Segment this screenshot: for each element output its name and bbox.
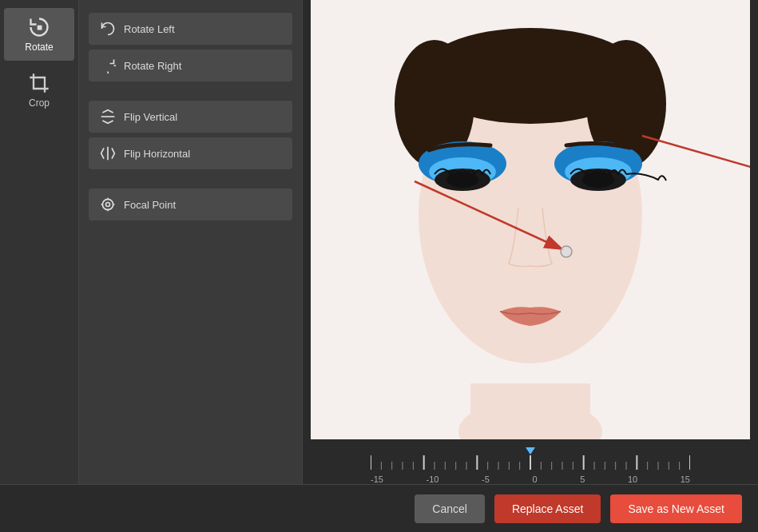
focal-point-button[interactable]: Focal Point: [89, 189, 292, 220]
main-area: Rotate Crop Rotate Left: [0, 0, 758, 484]
rotate-left-label: Rotate Left: [124, 23, 175, 35]
svg-rect-11: [470, 383, 590, 439]
rotate-tool-label: Rotate: [25, 42, 53, 53]
rotate-tool[interactable]: Rotate: [4, 8, 74, 61]
rotate-group: Rotate Left Rotate Right: [89, 13, 292, 81]
secondary-panel: Rotate Left Rotate Right Flip Vertical: [79, 0, 303, 484]
ruler-label-neg5: -5: [482, 474, 490, 484]
focal-point-icon: [100, 197, 116, 212]
rotate-right-button[interactable]: Rotate Right: [89, 50, 292, 81]
ruler-area: /* generated below */ -15 -10 -5 0 5 10 …: [303, 443, 758, 484]
flip-horizontal-label: Flip Horizontal: [124, 148, 190, 160]
flip-vertical-button[interactable]: Flip Vertical: [89, 101, 292, 133]
cancel-button[interactable]: Cancel: [415, 494, 485, 523]
rotate-right-icon: [100, 58, 116, 73]
left-toolbar: Rotate Crop: [0, 0, 79, 484]
replace-asset-button[interactable]: Replace Asset: [494, 494, 601, 523]
image-container: [311, 0, 750, 443]
crop-tool-label: Crop: [29, 97, 50, 109]
crop-tool[interactable]: Crop: [4, 64, 74, 117]
ruler-label-10: 10: [628, 474, 637, 484]
svg-rect-0: [38, 26, 42, 30]
flip-horizontal-icon: [100, 145, 116, 161]
footer: Cancel Replace Asset Save as New Asset: [0, 484, 758, 532]
focal-point-label: Focal Point: [124, 199, 176, 211]
rotate-icon: [28, 16, 50, 38]
focal-group: Focal Point: [89, 189, 292, 220]
svg-point-3: [102, 199, 113, 209]
ruler-label-0: 0: [532, 474, 537, 484]
ruler-label-5: 5: [580, 474, 585, 484]
asset-image: [311, 0, 750, 439]
ruler-labels: -15 -10 -5 0 5 10 15: [371, 474, 690, 484]
rotate-right-label: Rotate Right: [124, 60, 181, 72]
rotate-left-icon: [100, 21, 116, 37]
svg-point-4: [106, 203, 110, 207]
ruler-label-neg15: -15: [371, 474, 383, 484]
flip-group: Flip Vertical Flip Horizontal: [89, 101, 292, 169]
ruler-label-15: 15: [681, 474, 690, 484]
crop-icon: [28, 72, 50, 94]
save-new-asset-button[interactable]: Save as New Asset: [610, 494, 742, 523]
flip-horizontal-button[interactable]: Flip Horizontal: [89, 137, 292, 169]
flip-vertical-icon: [100, 109, 116, 125]
image-area: /* generated below */ -15 -10 -5 0 5 10 …: [303, 0, 758, 484]
rotate-left-button[interactable]: Rotate Left: [89, 13, 292, 45]
flip-vertical-label: Flip Vertical: [124, 111, 177, 123]
ruler-label-neg10: -10: [427, 474, 439, 484]
